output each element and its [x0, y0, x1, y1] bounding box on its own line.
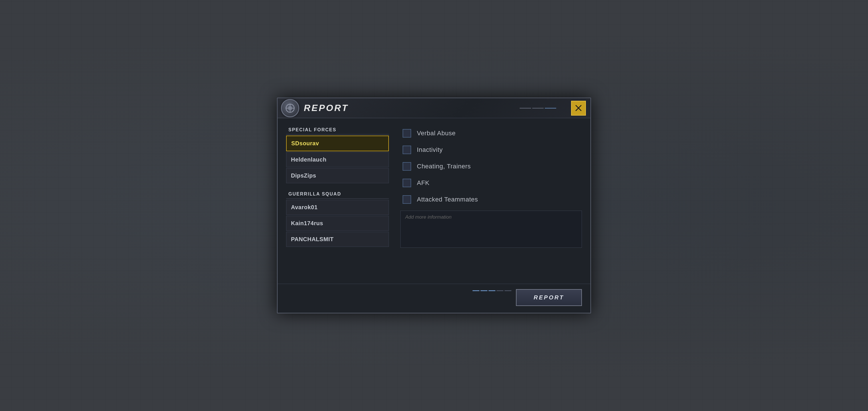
checkbox-afk[interactable] [403, 179, 411, 187]
option-label-cheating-trainers: Cheating, Trainers [417, 163, 471, 170]
option-label-inactivity: Inactivity [417, 146, 443, 154]
option-afk[interactable]: AFK [400, 175, 582, 191]
option-label-attacked-teammates: Attacked Teammates [417, 196, 478, 203]
scroll-dot-1 [472, 290, 479, 291]
player-item-dipszips[interactable]: DipsZips [286, 168, 389, 183]
player-item-panchalsmit[interactable]: PANCHALSMIT [286, 232, 389, 247]
title-accent [520, 108, 556, 108]
player-item-kain174rus[interactable]: Kain174rus [286, 216, 389, 231]
option-attacked-teammates[interactable]: Attacked Teammates [400, 191, 582, 208]
checkbox-attacked-teammates[interactable] [403, 195, 411, 204]
checkbox-verbal-abuse[interactable] [403, 129, 411, 137]
option-label-afk: AFK [417, 179, 429, 187]
title-bar: REPORT [278, 98, 590, 118]
player-list-panel: SPECIAL FORCES SDsourav Heldenlauch Dips… [286, 125, 389, 275]
option-label-verbal-abuse: Verbal Abuse [417, 130, 456, 137]
team-label-special-forces: SPECIAL FORCES [286, 125, 389, 134]
report-modal: REPORT SPECIAL FORCES SDsourav Heldenlau… [277, 98, 591, 313]
option-inactivity[interactable]: Inactivity [400, 141, 582, 158]
checkbox-cheating-trainers[interactable] [403, 162, 411, 171]
scroll-indicator [468, 289, 516, 306]
close-button[interactable] [571, 101, 586, 116]
report-button[interactable]: REPORT [516, 289, 582, 306]
logo-icon [281, 99, 299, 117]
player-item-avarok01[interactable]: Avarok01 [286, 200, 389, 215]
modal-title: REPORT [304, 103, 349, 113]
checkbox-inactivity[interactable] [403, 146, 411, 154]
team-label-guerrilla-squad: GUERRILLA SQUAD [286, 189, 389, 199]
bottom-bar: REPORT [278, 284, 590, 313]
scroll-dot-5 [504, 290, 512, 291]
more-info-textarea[interactable] [400, 211, 582, 248]
option-cheating-trainers[interactable]: Cheating, Trainers [400, 158, 582, 175]
option-verbal-abuse[interactable]: Verbal Abuse [400, 125, 582, 141]
scroll-dot-4 [497, 290, 503, 291]
player-item-sdsourav[interactable]: SDsourav [286, 135, 389, 151]
player-item-heldenlauch[interactable]: Heldenlauch [286, 152, 389, 167]
modal-body: SPECIAL FORCES SDsourav Heldenlauch Dips… [278, 118, 590, 284]
report-options-panel: Verbal Abuse Inactivity Cheating, Traine… [400, 125, 582, 275]
scroll-dot-2 [480, 290, 487, 291]
scroll-dot-3 [489, 290, 495, 291]
svg-point-1 [288, 106, 292, 110]
